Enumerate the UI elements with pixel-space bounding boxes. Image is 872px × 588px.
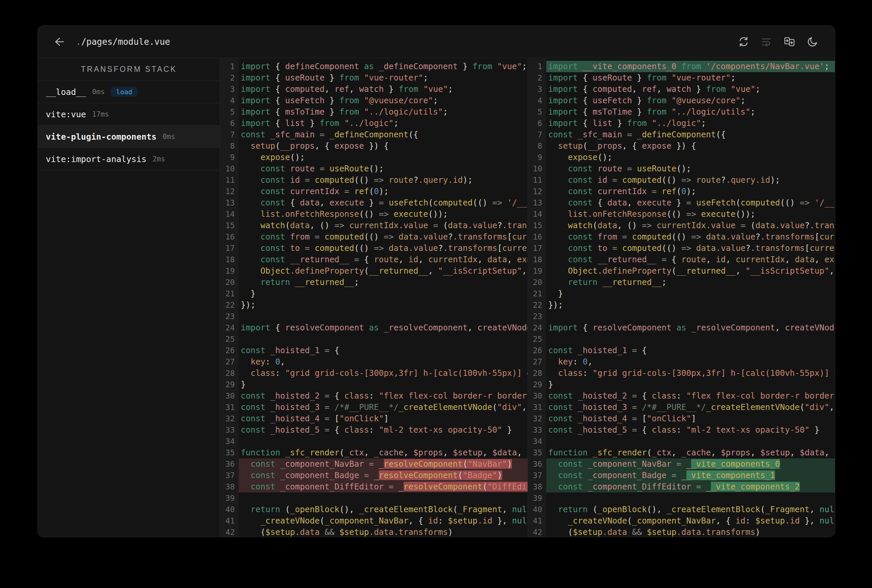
line-number: 34 — [220, 436, 239, 447]
line-number: 29 — [220, 379, 239, 390]
line-number: 38 — [220, 481, 239, 492]
line-number: 18 — [528, 254, 546, 265]
moon-icon[interactable] — [807, 36, 818, 48]
line-number: 23 — [528, 311, 546, 322]
transform-stack-sidebar: TRANSFORM STACK __load__0msloadvite:vue1… — [38, 58, 220, 537]
code-text: Object.defineProperty(__returned__, "__i… — [239, 265, 528, 277]
split-diff-icon[interactable] — [783, 36, 795, 48]
code-text: const to = computed(() => data.value?.tr… — [546, 243, 835, 254]
line-number: 22 — [528, 299, 546, 311]
code-text: import { computed, ref, watch } from "vu… — [239, 84, 528, 95]
code-line: 29} — [220, 379, 528, 390]
code-line: 14 list.onFetchResponse(() => execute())… — [528, 208, 835, 220]
code-line: 5import { msToTime } from "../logic/util… — [220, 106, 528, 118]
line-number: 40 — [528, 504, 546, 515]
file-title: ./pages/module.vue — [76, 37, 170, 47]
code-text: const _sfc_main = _defineComponent({ — [546, 129, 835, 140]
code-line: 15 watch(data, () => currentIdx.value = … — [528, 220, 835, 231]
code-text: _createVNode(_component_NavBar, { id: $s… — [546, 515, 835, 526]
code-line: 7const _sfc_main = _defineComponent({ — [528, 129, 835, 140]
line-number: 41 — [528, 515, 546, 526]
line-number: 12 — [528, 186, 546, 197]
code-line: 39 — [220, 492, 528, 504]
file-title-prefix: . — [76, 37, 81, 47]
line-wrap-icon[interactable] — [761, 36, 772, 48]
line-number: 11 — [220, 174, 239, 186]
line-number: 11 — [528, 174, 546, 186]
code-line: 40 return (_openBlock(), _createElementB… — [528, 504, 835, 515]
code-line: 41 _createVNode(_component_NavBar, { id:… — [528, 515, 835, 526]
code-line: 6import { list } from "../logic"; — [220, 118, 528, 129]
code-text: const _component_NavBar = __vite_compone… — [546, 458, 835, 470]
code-text — [546, 311, 835, 322]
code-line: 4import { useFetch } from "@vueuse/core"… — [220, 95, 528, 106]
stack-item-vite-import-analysis[interactable]: vite:import-analysis2ms — [38, 148, 220, 170]
line-number: 38 — [528, 481, 546, 492]
code-text: const _hoisted_4 = ["onClick"] — [239, 413, 528, 424]
code-line: 34 — [528, 436, 835, 447]
line-number: 24 — [528, 322, 546, 333]
code-line: 14 list.onFetchResponse(() => execute())… — [220, 208, 528, 220]
topbar-actions — [738, 36, 818, 48]
code-line: 29} — [528, 379, 835, 390]
refresh-icon[interactable] — [738, 36, 749, 48]
line-number: 16 — [528, 231, 546, 243]
line-number: 2 — [528, 72, 546, 84]
file-title-path: /pages/module.vue — [81, 37, 170, 47]
line-number: 39 — [220, 492, 239, 504]
code-line: 10 const route = useRoute(); — [220, 163, 528, 174]
code-text: import { computed, ref, watch } from "vu… — [546, 84, 835, 95]
topbar: ./pages/module.vue — [38, 26, 835, 58]
code-line: 22}); — [220, 299, 528, 311]
code-line: 27 key: 0, — [528, 356, 835, 368]
code-text: const route = useRoute(); — [546, 163, 835, 174]
code-line: 21 } — [528, 288, 835, 299]
code-text: _createVNode(_component_NavBar, { id: $s… — [239, 515, 528, 526]
diff-panel-after[interactable]: 1import __vite_components_0 from '/compo… — [528, 58, 835, 537]
code-text: import { resolveComponent as _resolveCom… — [239, 322, 528, 333]
line-number: 19 — [220, 265, 239, 277]
code-text: setup(__props, { expose }) { — [546, 140, 835, 152]
code-text: expose(); — [239, 152, 528, 163]
stack-item--load-[interactable]: __load__0msload — [38, 81, 220, 103]
code-line: 8 setup(__props, { expose }) { — [220, 140, 528, 152]
line-number: 9 — [220, 152, 239, 163]
code-text: function _sfc_render(_ctx, _cache, $prop… — [239, 447, 528, 458]
code-line: 36 const _component_NavBar = _resolveCom… — [220, 458, 528, 470]
diff-panel-before[interactable]: 1import { defineComponent as _defineComp… — [220, 58, 528, 537]
code-text: import { resolveComponent as _resolveCom… — [546, 322, 835, 333]
code-line: 36 const _component_NavBar = __vite_comp… — [528, 458, 835, 470]
code-text: import { list } from "../logic"; — [546, 118, 835, 129]
plugin-name: __load__ — [46, 87, 86, 97]
line-number: 24 — [220, 322, 239, 333]
code-line: 32const _hoisted_4 = ["onClick"] — [528, 413, 835, 424]
code-text: const _component_Badge = __vite_componen… — [546, 470, 835, 481]
code-line: 26const _hoisted_1 = { — [528, 345, 835, 356]
line-number: 21 — [528, 288, 546, 299]
stack-item-vite-plugin-components[interactable]: vite-plugin-components0ms — [38, 126, 220, 148]
line-number: 36 — [528, 458, 546, 470]
code-text: import { msToTime } from "../logic/utils… — [546, 106, 835, 118]
code-line: 32const _hoisted_4 = ["onClick"] — [220, 413, 528, 424]
code-line: 4import { useFetch } from "@vueuse/core"… — [528, 95, 835, 106]
line-number: 42 — [528, 526, 546, 537]
code-line: 18 const __returned__ = { route, id, cur… — [220, 254, 528, 265]
line-number: 25 — [220, 333, 239, 345]
code-line: 11 const id = computed(() => route?.quer… — [528, 174, 835, 186]
line-number: 4 — [220, 95, 239, 106]
code-text: const _component_DiffEditor = _resolveCo… — [239, 481, 528, 492]
code-text: class: "grid grid-cols-[300px,3fr] h-[ca… — [546, 368, 835, 379]
back-arrow-icon[interactable] — [53, 36, 65, 48]
stack-item-vite-vue[interactable]: vite:vue17ms — [38, 103, 220, 126]
code-text: const to = computed(() => data.value?.tr… — [239, 243, 528, 254]
line-number: 17 — [220, 243, 239, 254]
code-line: 24import { resolveComponent as _resolveC… — [528, 322, 835, 333]
plugin-name: vite:vue — [46, 110, 86, 119]
line-number: 34 — [528, 436, 546, 447]
line-number: 14 — [220, 208, 239, 220]
code-line: 31const _hoisted_3 = /*#__PURE__*/_creat… — [220, 402, 528, 413]
code-line: 15 watch(data, () => currentIdx.value = … — [220, 220, 528, 231]
line-number: 13 — [220, 197, 239, 208]
code-text: } — [546, 379, 835, 390]
code-line: 10 const route = useRoute(); — [528, 163, 835, 174]
